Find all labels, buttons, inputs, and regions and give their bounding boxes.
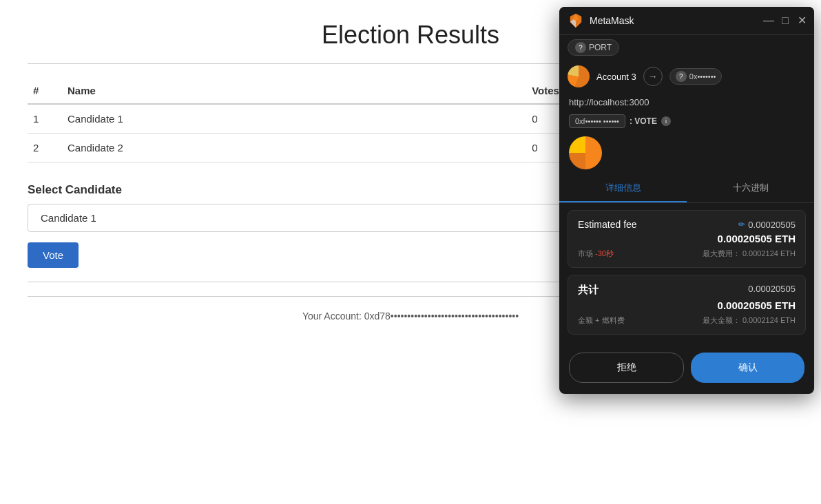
mm-actions: 拒绝 确认 [559,342,814,394]
mm-reject-button[interactable]: 拒绝 [569,353,684,383]
mm-total-eth: 0.00020505 ETH [578,300,796,311]
mm-contract-address: 0xf•••••• •••••• [575,117,619,125]
mm-total-max-label: 最大金额： [703,316,740,324]
mm-port-row: ? PORT [559,35,814,60]
question-icon: ? [575,42,586,53]
mm-total-sub: 金额 + 燃料费 最大金额： 0.0002124 ETH [578,315,796,326]
mm-tab-details[interactable]: 详细信息 [559,175,687,202]
mm-total-amount: 0.00020505 [748,284,796,297]
metamask-logo-icon [568,12,584,29]
mm-total-max: 最大金额： 0.0002124 ETH [703,315,796,326]
mm-total-card: 共计 0.00020505 0.00020505 ETH 金额 + 燃料费 最大… [568,275,806,335]
mm-window-controls: — □ ✕ [765,17,806,25]
mm-total-sub-label: 金额 + 燃料费 [578,315,625,326]
mm-max-fee-value: 0.0002124 ETH [742,249,796,258]
account-address: 0xd78•••••••••••••••••••••••••••••••••••… [364,311,519,322]
mm-icon-circle [569,136,602,169]
account-label: Your Account: [302,311,362,322]
mm-avatar [568,65,590,87]
mm-arrow-icon: → [643,67,663,86]
mm-maximize-button[interactable]: □ [781,17,789,25]
mm-info-icon: i [661,116,671,126]
mm-account-row: Account 3 → ? 0x••••••• [559,60,814,93]
mm-fee-eth: 0.00020505 ETH [578,233,796,244]
col-id: # [28,78,62,104]
mm-port-label: PORT [589,43,612,52]
mm-fee-header: Estimated fee ✏ 0.00020505 [578,219,796,230]
mm-title: MetaMask [590,15,759,26]
col-name: Name [62,78,526,104]
mm-account-name: Account 3 [596,72,636,82]
mm-fee-small: 0.00020505 [748,220,796,230]
mm-vote-label: : VOTE [630,116,657,126]
mm-close-button[interactable]: ✕ [798,17,806,25]
mm-market-info: 市场 -30秒 [578,249,614,259]
mm-url: http://localhost:3000 [559,93,814,112]
mm-market-time: -30秒 [595,249,614,258]
row-id: 2 [28,134,62,162]
mm-total-label: 共计 [578,284,599,297]
vote-button[interactable]: Vote [28,242,79,268]
mm-titlebar: MetaMask — □ ✕ [559,7,814,35]
question-icon-2: ? [676,71,687,82]
mm-fee-amount-top: ✏ 0.00020505 [738,220,796,230]
mm-confirm-button[interactable]: 确认 [691,353,804,383]
mm-address-badge: ? 0x••••••• [669,68,723,85]
metamask-popup: MetaMask — □ ✕ ? PORT Account 3 → ? 0x••… [559,7,814,394]
mm-tab-hex[interactable]: 十六进制 [687,175,814,202]
row-name: Candidate 1 [62,104,526,134]
mm-fee-max: 最大费用： 0.0002124 ETH [703,249,796,259]
mm-max-fee-label: 最大费用： [703,249,740,258]
mm-fee-label: Estimated fee [578,219,637,230]
mm-contract-badge: 0xf•••••• •••••• [569,114,625,128]
mm-fee-sub: 市场 -30秒 最大费用： 0.0002124 ETH [578,249,796,259]
mm-account-address: 0x••••••• [689,72,716,81]
mm-tabs: 详细信息 十六进制 [559,175,814,203]
mm-contract-row: 0xf•••••• •••••• : VOTE i [559,112,814,131]
mm-market-label: 市场 [578,249,593,258]
mm-total-max-value: 0.0002124 ETH [742,316,796,324]
mm-port-badge: ? PORT [568,39,619,56]
mm-fee-card: Estimated fee ✏ 0.00020505 0.00020505 ET… [568,210,806,268]
row-name: Candidate 2 [62,134,526,162]
mm-minimize-button[interactable]: — [765,17,773,25]
mm-pencil-icon: ✏ [738,220,745,229]
mm-total-header: 共计 0.00020505 [578,284,796,297]
row-id: 1 [28,104,62,134]
